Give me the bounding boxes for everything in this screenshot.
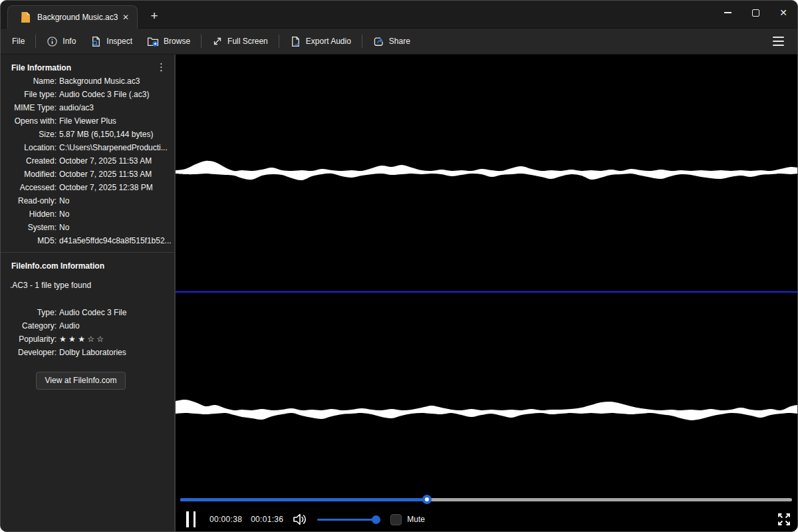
seek-progress: [180, 498, 427, 501]
document-tab[interactable]: Background Music.ac3 ✕: [7, 5, 138, 29]
info-row-type: Type:Audio Codec 3 File: [1, 306, 174, 319]
inspect-icon: [90, 36, 102, 47]
minimize-button[interactable]: [714, 1, 741, 25]
audio-viewer: 00:00:38 00:01:36 Mute: [176, 55, 797, 531]
pause-icon: [186, 511, 189, 527]
view-at-fileinfo-button[interactable]: View at FileInfo.com: [36, 372, 126, 390]
info-row-size: Size:5.87 MB (6,150,144 bytes): [1, 128, 174, 141]
browse-button[interactable]: Browse: [140, 32, 198, 51]
full-screen-label: Full Screen: [227, 37, 268, 46]
info-row-developer: Developer:Dolby Laboratories: [1, 346, 174, 359]
menu-button[interactable]: [766, 33, 791, 49]
info-row-system: System:No: [1, 221, 174, 234]
close-tab-icon[interactable]: ✕: [120, 11, 132, 23]
maximize-icon: [752, 9, 759, 17]
volume-slider[interactable]: [317, 515, 380, 524]
audio-file-icon: [21, 11, 31, 23]
expand-fullscreen-button[interactable]: [777, 512, 791, 527]
volume-thumb[interactable]: [372, 515, 380, 524]
expand-arrows-icon: [777, 512, 791, 527]
fileinfo-com-title: FileInfo.com Information: [1, 253, 174, 273]
mute-label: Mute: [407, 515, 425, 524]
toolbar: File Info Inspect: [1, 29, 797, 55]
window-controls: ✕: [714, 1, 797, 29]
file-menu-label: File: [12, 37, 25, 46]
info-row-category: Category:Audio: [1, 319, 174, 332]
export-audio-label: Export Audio: [306, 37, 351, 46]
seek-bar[interactable]: [180, 498, 792, 501]
pause-icon: [194, 511, 196, 527]
toolbar-separator: [35, 35, 36, 48]
volume-track: [317, 519, 380, 521]
browse-icon: [147, 36, 159, 47]
info-row-md5: MD5:d41a5e5ffdc94c8a8f515f1b52...: [1, 234, 174, 247]
info-row-mimetype: MIME Type:audio/ac3: [1, 101, 174, 114]
close-window-button[interactable]: ✕: [769, 1, 797, 25]
content: ⋮ File Information Name:Background Music…: [1, 55, 797, 531]
info-row-popularity: Popularity:★ ★ ★ ☆ ☆: [1, 332, 174, 346]
export-audio-icon: [290, 36, 301, 47]
share-button[interactable]: Share: [366, 32, 418, 51]
info-row-accessed: Accessed:October 7, 2025 12:38 PM: [1, 181, 174, 194]
info-row-modified: Modified:October 7, 2025 11:53 AM: [1, 168, 174, 181]
left-channel-waveform: [176, 161, 797, 180]
full-screen-icon: [212, 36, 223, 47]
speaker-icon: [292, 512, 308, 527]
info-button[interactable]: Info: [39, 32, 83, 51]
browse-label: Browse: [164, 37, 190, 46]
export-audio-button[interactable]: Export Audio: [283, 32, 358, 51]
right-channel-waveform: [176, 400, 797, 420]
file-information-list: Name:Background Music.ac3 File type:Audi…: [1, 74, 174, 247]
popularity-stars: ★ ★ ★ ☆ ☆: [59, 332, 174, 346]
toolbar-separator: [279, 35, 279, 48]
share-label: Share: [389, 37, 410, 46]
info-row-created: Created:October 7, 2025 11:53 AM: [1, 154, 174, 168]
kebab-menu-icon[interactable]: ⋮: [152, 60, 170, 74]
toolbar-separator: [362, 35, 362, 48]
player-controls: 00:00:38 00:01:36 Mute: [176, 509, 797, 529]
inspect-label: Inspect: [106, 37, 132, 46]
minimize-icon: [724, 12, 732, 13]
file-menu-button[interactable]: File: [5, 32, 32, 51]
tab-title: Background Music.ac3: [37, 13, 120, 22]
new-tab-button[interactable]: +: [144, 6, 164, 26]
info-row-name: Name:Background Music.ac3: [1, 74, 174, 88]
close-icon: ✕: [779, 7, 787, 18]
inspect-button[interactable]: Inspect: [83, 32, 140, 51]
info-row-openswith: Opens with:File Viewer Plus: [1, 114, 174, 128]
app-window: Background Music.ac3 ✕ + ✕ File Info: [0, 0, 798, 532]
full-screen-button[interactable]: Full Screen: [205, 32, 275, 51]
titlebar: Background Music.ac3 ✕ + ✕: [1, 1, 797, 29]
sidebar: ⋮ File Information Name:Background Music…: [1, 55, 176, 531]
volume-button[interactable]: [292, 512, 308, 527]
mute-checkbox[interactable]: [390, 514, 402, 525]
fileinfo-result-line: .AC3 - 1 file type found: [1, 273, 174, 293]
maximize-button[interactable]: [741, 1, 769, 25]
info-label: Info: [63, 37, 76, 46]
fileinfo-com-list: Type:Audio Codec 3 File Category:Audio P…: [1, 306, 174, 359]
file-information-title: File Information: [1, 55, 174, 74]
seek-thumb[interactable]: [422, 495, 432, 504]
toolbar-separator: [201, 35, 201, 48]
info-icon: [47, 36, 58, 47]
info-row-readonly: Read-only:No: [1, 194, 174, 207]
pause-button[interactable]: [186, 511, 196, 527]
share-icon: [373, 36, 384, 47]
total-time: 00:01:36: [251, 515, 283, 524]
info-row-hidden: Hidden:No: [1, 207, 174, 221]
info-row-filetype: File type:Audio Codec 3 File (.ac3): [1, 88, 174, 101]
waveform: [176, 55, 797, 531]
info-row-location: Location:C:\Users\SharpenedProducti...: [1, 141, 174, 154]
current-time: 00:00:38: [209, 515, 242, 524]
channel-divider-line: [176, 291, 797, 293]
